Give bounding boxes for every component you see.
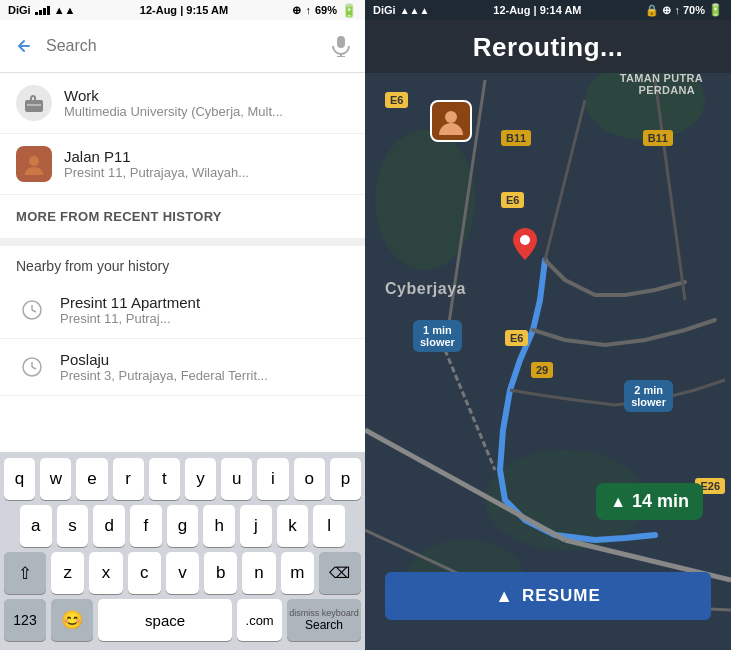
- rerouting-banner: Rerouting...: [365, 20, 731, 73]
- key-dotcom[interactable]: .com: [237, 599, 282, 641]
- status-bar-right: DiGi ▲▲▲ 12-Aug | 9:14 AM 🔒 ⊕ ↑ 70% 🔋: [365, 0, 731, 20]
- resume-label: RESUME: [522, 586, 601, 606]
- resume-button[interactable]: ▲ RESUME: [385, 572, 711, 620]
- keyboard-row-1: q w e r t y u i o p: [4, 458, 361, 500]
- search-key-label: Search: [305, 618, 343, 632]
- battery-right: 70%: [683, 4, 705, 16]
- road-label-b11-2: B11: [643, 130, 673, 146]
- status-right-left: ⊕ ↑ 69% 🔋: [292, 3, 357, 18]
- key-k[interactable]: k: [277, 505, 309, 547]
- signal-icon-right: ▲▲▲: [400, 5, 430, 16]
- key-d[interactable]: d: [93, 505, 125, 547]
- key-q[interactable]: q: [4, 458, 35, 500]
- route-time: 14 min: [632, 491, 689, 512]
- svg-rect-0: [337, 36, 345, 48]
- search-input[interactable]: [46, 28, 319, 64]
- key-search[interactable]: dismiss keyboard Search: [287, 599, 361, 641]
- key-x[interactable]: x: [89, 552, 122, 594]
- key-h[interactable]: h: [203, 505, 235, 547]
- key-c[interactable]: c: [128, 552, 161, 594]
- wifi-icon-left: ▲▲: [54, 4, 76, 16]
- key-g[interactable]: g: [167, 505, 199, 547]
- loc-icon: ⊕: [662, 4, 671, 17]
- arrow-icon-right: ↑: [674, 4, 680, 16]
- svg-line-8: [32, 310, 36, 312]
- key-v[interactable]: v: [166, 552, 199, 594]
- jalan-location-text: Jalan P11 Presint 11, Putrajaya, Wilayah…: [64, 148, 349, 180]
- presint-address: Presint 11, Putraj...: [60, 311, 200, 326]
- area-label-taman: TAMAN PUTRA: [620, 72, 703, 84]
- presint-history-text: Presint 11 Apartment Presint 11, Putraj.…: [60, 294, 200, 326]
- search-header: [0, 20, 365, 73]
- clock-icon-2: [16, 351, 48, 383]
- dismiss-label: dismiss keyboard: [289, 608, 359, 618]
- poslaju-name: Poslaju: [60, 351, 268, 368]
- carrier-left: DiGi: [8, 4, 31, 16]
- key-n[interactable]: n: [242, 552, 275, 594]
- key-space[interactable]: space: [98, 599, 232, 641]
- key-j[interactable]: j: [240, 505, 272, 547]
- svg-point-25: [445, 111, 457, 123]
- mic-button[interactable]: [327, 32, 355, 60]
- poslaju-history-text: Poslaju Presint 3, Putrajaya, Federal Te…: [60, 351, 268, 383]
- keyboard-row-2: a s d f g h j k l: [4, 505, 361, 547]
- status-left: DiGi ▲▲: [8, 4, 75, 16]
- map-avatar: [430, 100, 472, 142]
- resume-nav-icon: ▲: [495, 586, 514, 607]
- svg-point-5: [29, 156, 39, 166]
- key-emoji[interactable]: 😊: [51, 599, 93, 641]
- clock-icon-1: [16, 294, 48, 326]
- time-left: 12-Aug | 9:15 AM: [140, 4, 228, 16]
- key-u[interactable]: u: [221, 458, 252, 500]
- key-o[interactable]: o: [294, 458, 325, 500]
- key-f[interactable]: f: [130, 505, 162, 547]
- keyboard-row-4: 123 😊 space .com dismiss keyboard Search: [4, 599, 361, 641]
- area-label-perdana: PERDANA: [639, 84, 696, 96]
- jalan-location-item[interactable]: Jalan P11 Presint 11, Putrajaya, Wilayah…: [0, 134, 365, 195]
- key-num[interactable]: 123: [4, 599, 46, 641]
- key-a[interactable]: a: [20, 505, 52, 547]
- location-icon-left: ⊕: [292, 4, 301, 17]
- key-r[interactable]: r: [113, 458, 144, 500]
- jalan-address: Presint 11, Putrajaya, Wilayah...: [64, 165, 349, 180]
- key-l[interactable]: l: [313, 505, 345, 547]
- key-i[interactable]: i: [257, 458, 288, 500]
- lock-icon: 🔒: [645, 4, 659, 17]
- more-history-button[interactable]: MORE FROM RECENT HISTORY: [0, 195, 365, 246]
- svg-point-26: [520, 235, 530, 245]
- status-right-right: 🔒 ⊕ ↑ 70% 🔋: [645, 3, 723, 17]
- key-t[interactable]: t: [149, 458, 180, 500]
- key-delete[interactable]: ⌫: [319, 552, 361, 594]
- key-w[interactable]: w: [40, 458, 71, 500]
- battery-icon-left: 🔋: [341, 3, 357, 18]
- status-left-right: DiGi ▲▲▲: [373, 4, 429, 16]
- right-panel: DiGi ▲▲▲ 12-Aug | 9:14 AM 🔒 ⊕ ↑ 70% 🔋 Re…: [365, 0, 731, 650]
- work-address: Multimedia University (Cyberja, Mult...: [64, 104, 349, 119]
- key-y[interactable]: y: [185, 458, 216, 500]
- poslaju-history-item[interactable]: Poslaju Presint 3, Putrajaya, Federal Te…: [0, 339, 365, 396]
- route-label-2min: 2 minslower: [624, 380, 673, 412]
- svg-rect-4: [27, 104, 41, 106]
- time-right: 12-Aug | 9:14 AM: [493, 4, 581, 16]
- key-shift[interactable]: ⇧: [4, 552, 46, 594]
- left-panel: DiGi ▲▲ 12-Aug | 9:15 AM ⊕ ↑ 69% 🔋 Work: [0, 0, 365, 650]
- key-s[interactable]: s: [57, 505, 89, 547]
- work-location-item[interactable]: Work Multimedia University (Cyberja, Mul…: [0, 73, 365, 134]
- nearby-header: Nearby from your history: [0, 246, 365, 282]
- avatar-icon: [16, 146, 52, 182]
- key-p[interactable]: p: [330, 458, 361, 500]
- arrow-icon-left: ↑: [305, 4, 311, 16]
- road-label-b11-1: B11: [501, 130, 531, 146]
- key-z[interactable]: z: [51, 552, 84, 594]
- key-b[interactable]: b: [204, 552, 237, 594]
- back-button[interactable]: [10, 32, 38, 60]
- poslaju-address: Presint 3, Putrajaya, Federal Territ...: [60, 368, 268, 383]
- presint-history-item[interactable]: Presint 11 Apartment Presint 11, Putraj.…: [0, 282, 365, 339]
- key-e[interactable]: e: [76, 458, 107, 500]
- route-label-14min: ▲ 14 min: [596, 483, 703, 520]
- jalan-name: Jalan P11: [64, 148, 349, 165]
- key-m[interactable]: m: [281, 552, 314, 594]
- nav-arrow-icon: ▲: [610, 493, 626, 511]
- keyboard-row-3: ⇧ z x c v b n m ⌫: [4, 552, 361, 594]
- battery-left: 69%: [315, 4, 337, 16]
